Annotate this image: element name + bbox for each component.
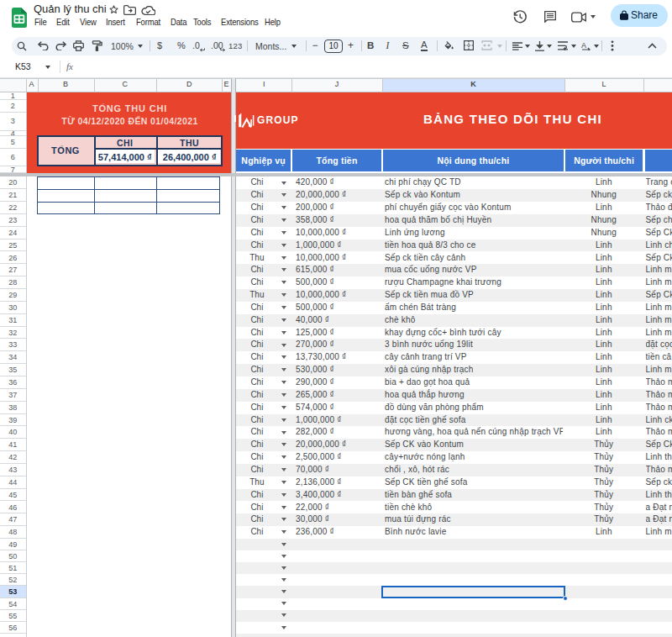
svg-text:A: A	[581, 41, 586, 50]
